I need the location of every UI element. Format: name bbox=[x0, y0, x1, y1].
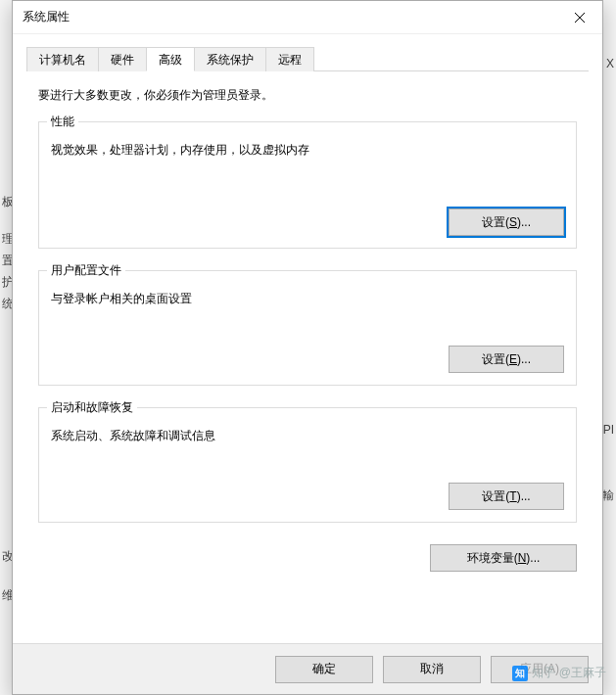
performance-group: 性能 视觉效果，处理器计划，内存使用，以及虚拟内存 设置(S)... bbox=[38, 121, 577, 249]
bg-text: 輸 bbox=[602, 487, 614, 504]
user-profiles-group: 用户配置文件 与登录帐户相关的桌面设置 设置(E)... bbox=[38, 270, 577, 386]
performance-group-title: 性能 bbox=[47, 114, 78, 130]
tab-computer-name[interactable]: 计算机名 bbox=[26, 47, 99, 71]
system-properties-dialog: 系统属性 计算机名 硬件 高级 系统保护 远程 要进行大多数更改，你必须作为管理… bbox=[12, 0, 603, 695]
user-profiles-settings-button[interactable]: 设置(E)... bbox=[449, 346, 564, 373]
ok-button[interactable]: 确定 bbox=[275, 656, 373, 683]
tab-advanced[interactable]: 高级 bbox=[146, 47, 195, 71]
bg-text: PI bbox=[603, 423, 614, 437]
button-label: 环境变量(N)... bbox=[467, 551, 541, 565]
window-title: 系统属性 bbox=[23, 9, 70, 25]
button-label: 设置(S)... bbox=[482, 215, 531, 229]
user-profiles-group-title: 用户配置文件 bbox=[47, 262, 125, 279]
tab-hardware[interactable]: 硬件 bbox=[98, 47, 147, 71]
titlebar: 系统属性 bbox=[13, 1, 602, 34]
performance-settings-button[interactable]: 设置(S)... bbox=[449, 208, 564, 236]
startup-recovery-group-title: 启动和故障恢复 bbox=[47, 399, 137, 416]
startup-recovery-group-desc: 系统启动、系统故障和调试信息 bbox=[51, 422, 564, 444]
apply-button: 应用(A) bbox=[491, 656, 589, 683]
tab-system-protection[interactable]: 系统保护 bbox=[194, 47, 266, 71]
button-label: 设置(T)... bbox=[482, 489, 530, 503]
admin-notice: 要进行大多数更改，你必须作为管理员登录。 bbox=[26, 85, 589, 117]
startup-recovery-group: 启动和故障恢复 系统启动、系统故障和调试信息 设置(T)... bbox=[38, 407, 577, 523]
dialog-content: 计算机名 硬件 高级 系统保护 远程 要进行大多数更改，你必须作为管理员登录。 … bbox=[13, 34, 602, 572]
startup-recovery-settings-button[interactable]: 设置(T)... bbox=[449, 483, 564, 510]
tab-strip: 计算机名 硬件 高级 系统保护 远程 bbox=[26, 46, 589, 71]
button-label: 设置(E)... bbox=[482, 352, 531, 366]
cancel-button[interactable]: 取消 bbox=[383, 656, 481, 683]
environment-variables-button[interactable]: 环境变量(N)... bbox=[430, 544, 577, 572]
user-profiles-group-desc: 与登录帐户相关的桌面设置 bbox=[51, 285, 564, 307]
bg-text: X bbox=[606, 57, 614, 70]
close-button[interactable] bbox=[557, 1, 602, 34]
performance-group-desc: 视觉效果，处理器计划，内存使用，以及虚拟内存 bbox=[51, 136, 564, 159]
dialog-footer: 确定 取消 应用(A) bbox=[13, 643, 602, 694]
tab-remote[interactable]: 远程 bbox=[265, 47, 314, 71]
close-icon bbox=[574, 12, 586, 23]
